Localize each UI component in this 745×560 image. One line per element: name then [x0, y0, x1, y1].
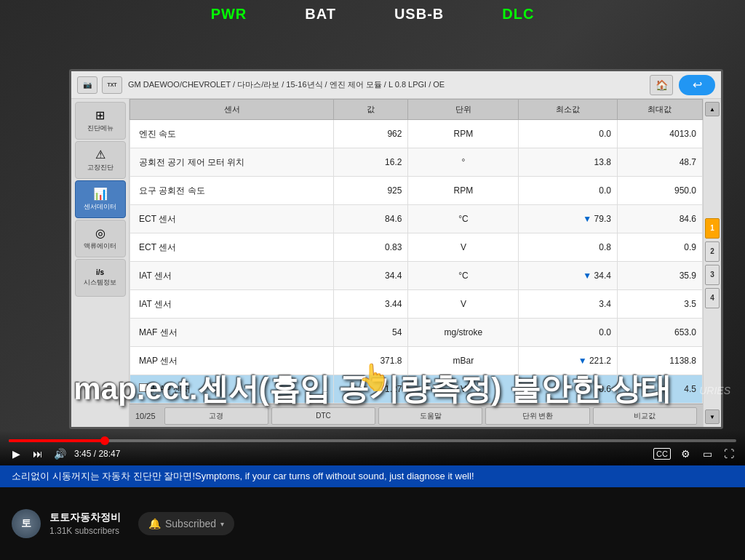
- sensor-value: 3.44: [334, 290, 408, 319]
- chart-icon: 📊: [93, 187, 108, 201]
- btn-unit[interactable]: 단위 변환: [485, 407, 589, 425]
- volume-button[interactable]: 🔊: [52, 447, 67, 461]
- caption-bar: 소리없이 시동꺼지는 자동차 진단만 잘마면!Symptoms, if your…: [0, 465, 745, 487]
- sensor-min: 0.0: [519, 319, 618, 347]
- table-row: 요구 공회전 속도925RPM0.0950.0: [130, 177, 703, 205]
- scroll-up-button[interactable]: ▲: [705, 102, 720, 116]
- sensor-max: 35.9: [617, 262, 702, 290]
- subscribed-button[interactable]: 🔔 Subscribed ▾: [138, 512, 234, 535]
- sidebar-item-sensor-data[interactable]: 📊 센서데이터: [75, 180, 126, 218]
- home-button[interactable]: 🏠: [650, 75, 673, 95]
- breadcrumb-icons: 📷 TXT: [77, 76, 122, 94]
- num-btn-4[interactable]: 4: [705, 288, 720, 308]
- current-time: 3:45: [74, 449, 91, 459]
- sensor-max: 4013.0: [617, 120, 702, 148]
- scroll-down-button[interactable]: ▼: [705, 409, 720, 424]
- sensor-max: 950.0: [617, 177, 702, 205]
- youtube-bottom: 소리없이 시동꺼지는 자동차 진단만 잘마면!Symptoms, if your…: [0, 465, 745, 560]
- progress-bar[interactable]: [9, 439, 736, 442]
- theater-button[interactable]: ▭: [700, 447, 714, 461]
- num-btn-1[interactable]: 1: [705, 218, 720, 239]
- sensor-name: 요구 공회전 속도: [130, 177, 334, 205]
- settings-button[interactable]: ⚙: [678, 447, 693, 461]
- text-icon[interactable]: TXT: [102, 76, 122, 94]
- progress-fill: [9, 439, 105, 442]
- sidebar-item-actuator[interactable]: ◎ 액류에이터: [75, 220, 126, 257]
- page-info: 10/25: [135, 412, 156, 420]
- num-btn-2[interactable]: 2: [705, 241, 720, 262]
- cc-button[interactable]: CC: [653, 448, 671, 460]
- col-min: 최소값: [519, 100, 618, 120]
- back-button[interactable]: ↩: [679, 75, 715, 95]
- sensor-min: 13.8: [519, 148, 618, 177]
- table-row: IAT 센서3.44V3.43.5: [130, 290, 703, 319]
- sensor-data-table: 센서 값 단위 최소값 최대값 엔진 속도962RPM0.04013.0공회전 …: [130, 99, 703, 404]
- table-row: 엔진 속도962RPM0.04013.0: [130, 120, 703, 148]
- sensor-value: 0.83: [334, 233, 408, 262]
- system-icon: i/s: [96, 268, 104, 276]
- sensor-unit: °C: [408, 262, 519, 290]
- num-btn-3[interactable]: 3: [705, 265, 720, 285]
- warning-icon: ⚠: [95, 148, 105, 161]
- sensor-name: IAT 센서: [130, 262, 334, 290]
- subtitle-text: map.ect.센서(흡입 공기량측정) 불안한 상태: [15, 371, 730, 407]
- subscribed-label: Subscribed: [165, 518, 216, 529]
- sensor-max: 0.9: [617, 233, 702, 262]
- sidebar-item-system-info[interactable]: i/s 시스템정보: [75, 259, 126, 297]
- chevron-down-icon: ▾: [220, 520, 224, 528]
- btn-fault[interactable]: 고경: [164, 407, 268, 425]
- indicator-bar: PWR BAT USB-B DLC: [211, 6, 535, 23]
- sensor-unit: V: [408, 290, 519, 319]
- camera-icon[interactable]: 📷: [77, 76, 97, 94]
- sensor-unit: mg/stroke: [408, 319, 519, 347]
- video-controls[interactable]: ▶ ⏭ 🔊 3:45 / 28:47 CC ⚙ ▭ ⛶: [0, 431, 745, 465]
- next-button[interactable]: ⏭: [31, 447, 45, 461]
- watermark: URIES: [699, 385, 730, 396]
- sensor-name: ECT 센서: [130, 205, 334, 233]
- table-row: IAT 센서34.4°C▼ 34.435.9: [130, 262, 703, 290]
- channel-name[interactable]: 토토자동차정비: [49, 511, 121, 524]
- table-header-row: 센서 값 단위 최소값 최대값: [130, 100, 703, 120]
- time-display: 3:45 / 28:47: [74, 449, 120, 459]
- sensor-min: 0.0: [519, 120, 618, 148]
- fullscreen-button[interactable]: ⛶: [722, 447, 736, 461]
- col-unit: 단위: [408, 100, 519, 120]
- sidebar-label-system: 시스템정보: [84, 278, 116, 287]
- sensor-name: ECT 센서: [130, 233, 334, 262]
- channel-bar: 토 토토자동차정비 1.31K subscribers 🔔 Subscribed…: [0, 487, 745, 560]
- sensor-max: 3.5: [617, 290, 702, 319]
- subtitle-overlay: map.ect.센서(흡입 공기량측정) 불안한 상태: [0, 371, 745, 407]
- sidebar-item-fault-diagnosis[interactable]: ⚠ 고장진단: [75, 141, 126, 179]
- sensor-value: 16.2: [334, 148, 408, 177]
- sensor-unit: RPM: [408, 120, 519, 148]
- breadcrumb-bar: 📷 TXT GM DAEWOO/CHEVROLET / 다마스/라보 / 15-…: [71, 71, 721, 99]
- grid-icon: ⊞: [95, 108, 105, 122]
- bat-indicator: BAT: [305, 6, 336, 23]
- channel-avatar[interactable]: 토: [12, 509, 41, 538]
- play-button[interactable]: ▶: [9, 447, 23, 461]
- btn-dtc[interactable]: DTC: [271, 407, 375, 425]
- btn-help[interactable]: 도움말: [378, 407, 482, 425]
- sensor-name: 공회전 공기 제어 모터 위치: [130, 148, 334, 177]
- video-container: PWR BAT USB-B DLC 📷 TXT GM DAEWOO/CHEVRO…: [0, 0, 745, 465]
- channel-info: 토토자동차정비 1.31K subscribers: [49, 511, 121, 536]
- sensor-min: ▼ 79.3: [519, 205, 618, 233]
- sidebar-item-diagnosis-menu[interactable]: ⊞ 진단메뉴: [75, 102, 126, 140]
- sensor-unit: V: [408, 233, 519, 262]
- sensor-min: 0.8: [519, 233, 618, 262]
- sidebar-label-diagnosis: 진단메뉴: [87, 124, 113, 133]
- col-sensor: 센서: [130, 100, 334, 120]
- sensor-min: 3.4: [519, 290, 618, 319]
- sensor-value: 925: [334, 177, 408, 205]
- sensor-max: 84.6: [617, 205, 702, 233]
- btn-compare[interactable]: 비교값: [593, 407, 697, 425]
- table-row: ECT 센서0.83V0.80.9: [130, 233, 703, 262]
- actuator-icon: ◎: [95, 226, 105, 240]
- sensor-value: 84.6: [334, 205, 408, 233]
- sensor-min: 0.0: [519, 177, 618, 205]
- sensor-value: 54: [334, 319, 408, 347]
- bell-icon: 🔔: [148, 518, 161, 529]
- sensor-min: ▼ 34.4: [519, 262, 618, 290]
- sensor-name: IAT 센서: [130, 290, 334, 319]
- sensor-unit: °C: [408, 205, 519, 233]
